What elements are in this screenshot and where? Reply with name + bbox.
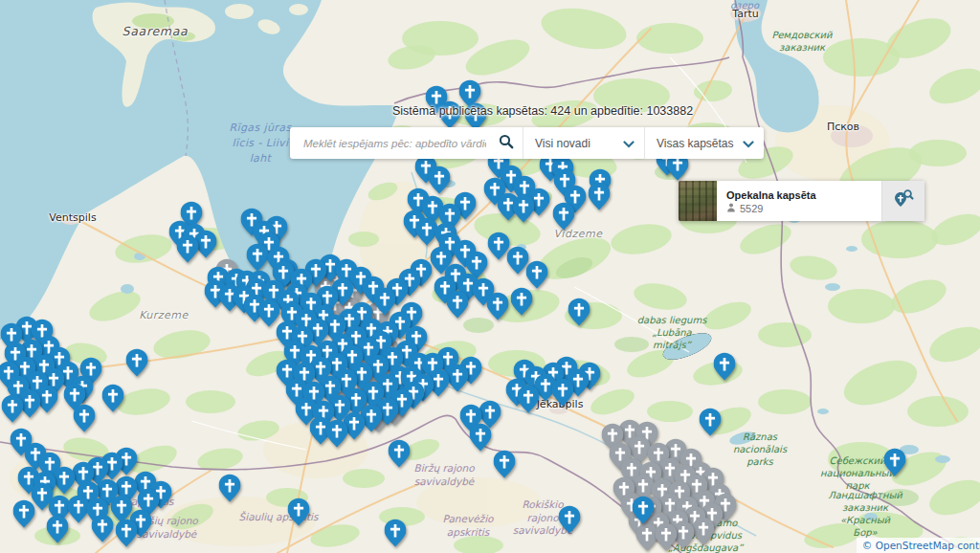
person-icon bbox=[726, 203, 736, 214]
cemetery-marker[interactable] bbox=[700, 408, 722, 436]
cemetery-marker[interactable] bbox=[47, 515, 69, 543]
cemetery-marker[interactable] bbox=[326, 419, 348, 448]
cemetery-marker[interactable] bbox=[553, 202, 575, 231]
cemetery-marker[interactable] bbox=[385, 519, 407, 547]
cemetery-marker[interactable] bbox=[633, 496, 655, 524]
cemetery-marker[interactable] bbox=[92, 514, 114, 542]
chevron-down-icon bbox=[623, 135, 635, 152]
cemetery-marker[interactable] bbox=[513, 194, 535, 223]
cemetery-marker[interactable] bbox=[714, 352, 736, 381]
search-button[interactable] bbox=[490, 127, 523, 159]
search-bar: Visi novadi Visas kapsētas bbox=[290, 127, 764, 159]
cemetery-marker[interactable] bbox=[288, 498, 310, 526]
cemetery-marker[interactable] bbox=[559, 505, 581, 534]
cemetery-marker[interactable] bbox=[102, 384, 124, 412]
cemetery-marker[interactable] bbox=[494, 450, 516, 478]
map-attribution: © OpenStreetMap contributors bbox=[857, 538, 980, 553]
cemetery-popup: Opekalna kapsēta 5529 bbox=[679, 181, 924, 221]
chevron-down-icon bbox=[743, 135, 754, 152]
cemetery-marker[interactable] bbox=[116, 519, 138, 547]
cemetery-marker[interactable] bbox=[447, 290, 469, 319]
cemetery-marker[interactable] bbox=[126, 348, 148, 377]
cemetery-marker[interactable] bbox=[526, 260, 548, 289]
magnifier-icon bbox=[499, 134, 514, 152]
attribution-link[interactable]: © OpenStreetMap contributors bbox=[862, 540, 980, 551]
cemetery-marker[interactable] bbox=[177, 234, 199, 263]
cemetery-marker[interactable] bbox=[487, 292, 509, 321]
cemetery-marker[interactable] bbox=[13, 499, 35, 528]
popup-cemetery-title: Opekalna kapsēta bbox=[726, 188, 872, 202]
cemetery-marker[interactable] bbox=[447, 364, 469, 392]
cemetery-marker[interactable] bbox=[54, 466, 76, 495]
popup-body: Opekalna kapsēta 5529 bbox=[717, 181, 881, 221]
markers-layer bbox=[0, 0, 980, 553]
pin-magnifier-icon bbox=[892, 188, 915, 214]
cemetery-thumbnail[interactable] bbox=[679, 181, 717, 221]
district-dropdown-value: Visi novadi bbox=[535, 137, 590, 150]
cemetery-marker[interactable] bbox=[2, 394, 24, 423]
cemetery-marker[interactable] bbox=[552, 378, 574, 407]
cemetery-cluster-marker[interactable] bbox=[656, 522, 678, 551]
cemetery-dropdown-value: Visas kapsētas bbox=[657, 137, 734, 150]
cemetery-marker[interactable] bbox=[518, 385, 540, 413]
cemetery-dropdown[interactable]: Visas kapsētas bbox=[644, 127, 764, 159]
search-input[interactable] bbox=[290, 127, 490, 159]
cemetery-marker[interactable] bbox=[429, 166, 451, 194]
cemetery-marker[interactable] bbox=[884, 448, 906, 476]
district-dropdown[interactable]: Visi novadi bbox=[523, 127, 644, 159]
cemetery-marker[interactable] bbox=[219, 474, 241, 502]
cemetery-marker[interactable] bbox=[568, 298, 590, 326]
burials-count: 5529 bbox=[740, 203, 763, 214]
cemetery-marker[interactable] bbox=[589, 182, 611, 210]
cemetery-marker[interactable] bbox=[247, 243, 269, 272]
published-stats-text: Sistēmā publicētas kapsētas: 424 un apbe… bbox=[392, 104, 693, 118]
zoom-to-cemetery-button[interactable] bbox=[881, 181, 924, 221]
cemetery-marker[interactable] bbox=[74, 404, 96, 432]
cemetery-marker[interactable] bbox=[511, 287, 533, 316]
cemetery-marker[interactable] bbox=[470, 423, 492, 452]
cemetery-cluster-marker[interactable] bbox=[693, 517, 715, 545]
cemetery-marker[interactable] bbox=[389, 439, 411, 468]
map-viewport[interactable]: SaaremaaTartuозероРемдовский заказникПск… bbox=[0, 0, 980, 553]
